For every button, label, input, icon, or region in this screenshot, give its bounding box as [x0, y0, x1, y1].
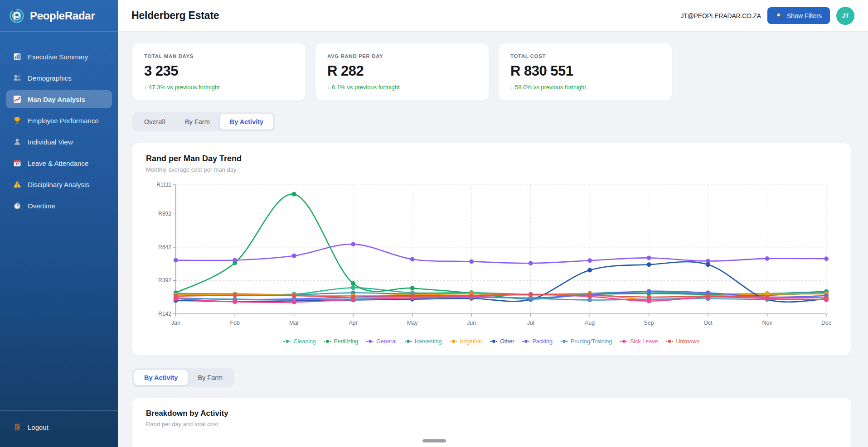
legend-label: Harvesting	[415, 338, 442, 345]
data-point-unknown[interactable]	[233, 293, 237, 298]
svg-text:May: May	[407, 320, 418, 326]
kpi-label: TOTAL COST	[510, 53, 660, 59]
legend-item-harvesting[interactable]: Harvesting	[405, 338, 442, 345]
sidebar-item-label: Executive Summary	[28, 53, 88, 61]
data-point-unknown[interactable]	[529, 293, 533, 297]
data-point-sick-leave[interactable]	[292, 300, 296, 304]
sidebar-item-demographics[interactable]: Demographics	[6, 69, 112, 87]
svg-text:Apr: Apr	[349, 320, 358, 326]
svg-text:Dec: Dec	[821, 320, 831, 326]
data-point-general[interactable]	[174, 258, 178, 262]
user-email: JT@PEOPLERADAR.CO.ZA	[681, 12, 761, 19]
kpi-value: R 282	[327, 63, 477, 79]
legend-item-other[interactable]: Other	[490, 338, 514, 345]
sidebar-item-executive-summary[interactable]: Executive Summary	[6, 48, 112, 66]
legend-item-unknown[interactable]: Unknown	[666, 338, 699, 345]
data-point-unknown[interactable]	[351, 295, 355, 299]
legend-label: Other	[500, 338, 514, 345]
door-icon	[13, 423, 21, 431]
sidebar-item-man-day-analysis[interactable]: Man Day Analysis	[6, 90, 112, 108]
data-point-general[interactable]	[647, 255, 651, 260]
kpi-row: TOTAL MAN DAYS3 235↓ 47.3% vs previous f…	[132, 43, 851, 101]
sidebar-item-individual-view[interactable]: Individual View	[6, 133, 112, 151]
trophy-icon	[13, 116, 21, 125]
sidebar-item-disciplinary-analysis[interactable]: Disciplinary Analysis	[6, 175, 112, 193]
kpi-card-avg-rand-per-day: AVG RAND PER DAYR 282↓ 6.1% vs previous …	[315, 43, 489, 101]
svg-text:Jul: Jul	[527, 320, 534, 326]
data-point-general[interactable]	[469, 259, 474, 264]
data-point-unknown[interactable]	[824, 296, 829, 300]
legend-item-irrigation[interactable]: Irrigation	[450, 338, 482, 345]
data-point-other[interactable]	[647, 262, 651, 267]
data-point-other[interactable]	[587, 268, 592, 273]
trend-chart-card: Rand per Man Day Trend Monthly average c…	[132, 143, 851, 356]
data-point-packing[interactable]	[647, 289, 651, 293]
legend-item-general[interactable]: General	[366, 338, 396, 345]
series-line-general	[176, 244, 826, 263]
bar-chart-icon	[13, 53, 21, 61]
legend-item-cleaning[interactable]: Cleaning	[283, 338, 315, 345]
svg-text:R642: R642	[158, 244, 171, 250]
data-point-general[interactable]	[351, 242, 355, 246]
legend-item-fertilizing[interactable]: Fertilizing	[324, 338, 359, 345]
breakdown-tab-by-farm[interactable]: By Farm	[188, 370, 233, 385]
legend-item-packing[interactable]: Packing	[522, 338, 552, 345]
data-point-sick-leave[interactable]	[647, 299, 651, 303]
data-point-general[interactable]	[410, 257, 415, 261]
data-point-fertilizing[interactable]	[292, 192, 296, 197]
data-point-general[interactable]	[233, 258, 237, 262]
data-point-unknown[interactable]	[706, 294, 710, 298]
show-filters-button[interactable]: Show Filters	[767, 7, 830, 24]
sidebar: PeopleRadar Executive SummaryDemographic…	[0, 0, 118, 447]
horizontal-scrollbar-thumb[interactable]	[422, 439, 446, 442]
sidebar-item-employee-performance[interactable]: Employee Performance	[6, 111, 112, 130]
sidebar-nav: Executive SummaryDemographicsMan Day Ana…	[0, 32, 118, 215]
sidebar-item-label: Individual View	[28, 138, 73, 146]
legend-swatch-icon	[666, 340, 673, 343]
tab-by-farm[interactable]: By Farm	[175, 114, 220, 130]
sidebar-item-label: Disciplinary Analysis	[28, 181, 89, 188]
data-point-sick-leave[interactable]	[233, 300, 237, 304]
svg-text:17: 17	[15, 163, 19, 166]
tab-by-activity[interactable]: By Activity	[220, 114, 273, 130]
avatar[interactable]: JT	[836, 7, 854, 25]
person-icon	[13, 138, 21, 146]
data-point-general[interactable]	[292, 254, 296, 258]
chart-up-icon	[13, 95, 21, 103]
data-point-general[interactable]	[765, 256, 770, 261]
calendar-icon: 17	[13, 159, 21, 167]
data-point-general[interactable]	[824, 256, 829, 261]
data-point-cleaning[interactable]	[351, 285, 355, 290]
data-point-fertilizing[interactable]	[351, 281, 355, 286]
data-point-unknown[interactable]	[469, 293, 474, 298]
data-point-unknown[interactable]	[765, 295, 770, 299]
app-root: PeopleRadar Executive SummaryDemographic…	[0, 0, 868, 447]
data-point-unknown[interactable]	[587, 293, 592, 298]
legend-label: Cleaning	[293, 338, 315, 345]
kpi-delta: ↓ 58.0% vs previous fortnight	[510, 84, 660, 91]
data-point-other[interactable]	[706, 262, 710, 267]
magnifier-icon	[776, 12, 783, 19]
main-column: Helderberg Estate JT@PEOPLERADAR.CO.ZA S…	[118, 0, 868, 447]
peopleradar-logo-icon	[8, 7, 25, 24]
legend-label: Packing	[532, 338, 552, 345]
legend-swatch-icon	[366, 340, 373, 343]
legend-item-sick-leave[interactable]: Sick Leave	[620, 338, 658, 345]
data-point-unknown[interactable]	[174, 294, 178, 298]
data-point-general[interactable]	[587, 258, 592, 263]
data-point-unknown[interactable]	[647, 295, 651, 299]
legend-item-pruning-training[interactable]: Pruning/Training	[561, 338, 612, 345]
data-point-fertilizing[interactable]	[410, 286, 415, 290]
data-point-unknown[interactable]	[292, 293, 296, 298]
legend-swatch-icon	[522, 340, 529, 343]
tab-overall[interactable]: Overall	[134, 114, 175, 130]
data-point-general[interactable]	[529, 261, 533, 265]
data-point-unknown[interactable]	[410, 294, 415, 299]
sidebar-item-leave-attendance[interactable]: 17Leave & Attendance	[6, 154, 112, 172]
sidebar-item-logout[interactable]: Logout	[6, 418, 112, 436]
svg-text:Jan: Jan	[171, 320, 180, 326]
sidebar-item-label: Demographics	[28, 74, 72, 82]
breakdown-tab-by-activity[interactable]: By Activity	[134, 370, 188, 385]
sidebar-item-overtime[interactable]: Overtime	[6, 197, 112, 215]
svg-text:R142: R142	[158, 311, 171, 317]
